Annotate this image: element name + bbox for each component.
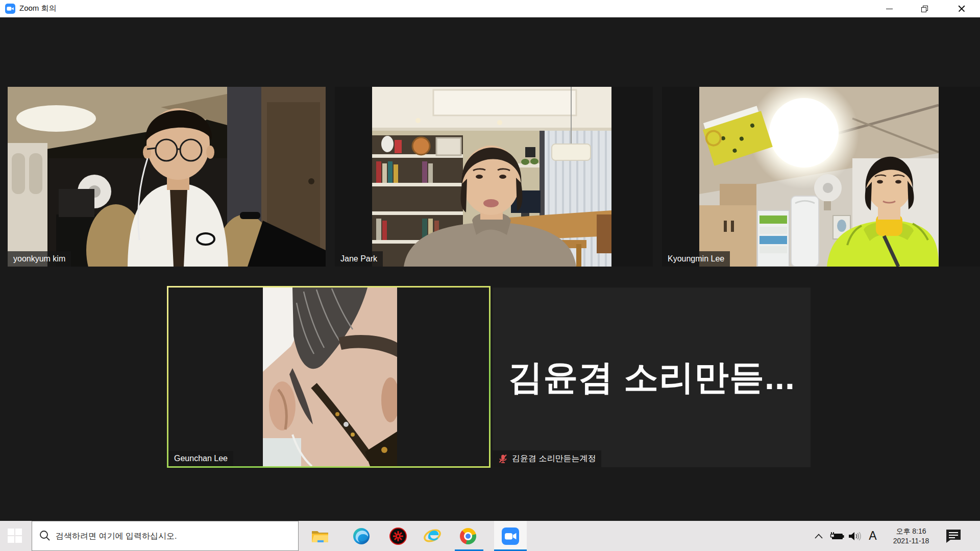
participant-name-label: Kyoungmin Lee [662,251,730,267]
taskbar-edge-button[interactable] [349,521,374,551]
internet-explorer-icon [423,528,442,545]
video-frame-kyoungmin-lee [699,87,939,267]
video-frame-geunchan-lee [263,288,397,466]
zoom-app-icon [5,4,15,14]
taskbar-chrome-button[interactable] [456,521,480,551]
battery-charging-icon [829,531,844,541]
participant-name: Kyoungmin Lee [668,254,724,263]
tray-ime-button[interactable]: A [865,521,881,551]
video-tile-yoonkyum-kim[interactable]: yoonkyum kim [8,87,326,267]
red-gear-app-icon [389,528,407,545]
clock-time: 오후 8:16 [885,526,938,536]
video-tile-kim-yoon-gyeom-muted[interactable]: 김윤겸 소리만듣... 김윤겸 소리만듣는계정 [493,288,811,467]
video-frame-yoonkyum-kim [8,87,326,267]
minimize-button[interactable] [877,0,901,17]
participant-name-label: Jane Park [335,251,383,267]
meeting-video-grid: yoonkyum kim [0,17,980,521]
tray-battery-button[interactable] [827,521,846,551]
participant-name-label: 김윤겸 소리만듣는계정 [493,450,601,467]
speaker-icon [848,531,862,541]
start-button[interactable] [0,521,31,551]
taskbar-search-input[interactable] [32,521,299,551]
taskbar-zoom-button[interactable] [494,521,527,551]
action-center-button[interactable] [940,521,967,551]
tray-clock[interactable]: 오후 8:16 2021-11-18 [885,521,938,551]
close-button[interactable] [950,0,973,17]
taskbar-red-gear-app-button[interactable] [386,521,410,551]
windows-taskbar: A 오후 8:16 2021-11-18 3 [0,521,980,551]
chevron-up-icon [815,534,823,539]
taskbar-internet-explorer-button[interactable] [420,521,445,551]
clock-date: 2021-11-18 [885,536,938,546]
participant-display-name-large: 김윤겸 소리만듣... [508,354,795,401]
window-titlebar[interactable]: Zoom 회의 [0,0,980,17]
edge-browser-icon [353,528,370,545]
ime-language-indicator: A [869,529,876,543]
windows-logo-icon [8,529,23,544]
video-frame-jane-park [372,87,611,267]
file-explorer-icon [311,529,329,544]
participant-name: Jane Park [340,254,377,263]
zoom-meeting-window: Zoom 회의 [0,0,980,551]
restore-button[interactable] [913,0,936,17]
tray-volume-button[interactable] [846,521,864,551]
zoom-icon [502,528,519,545]
taskbar-file-explorer-button[interactable] [308,521,332,551]
notification-bubble-icon [944,529,963,544]
participant-name-label: Geunchan Lee [168,451,233,466]
window-title: Zoom 회의 [19,4,57,13]
chrome-icon [460,528,476,544]
tray-overflow-button[interactable] [811,521,826,551]
participant-name-label: yoonkyum kim [8,251,71,267]
participant-name: Geunchan Lee [174,454,228,463]
muted-mic-icon [498,454,508,464]
participant-name: 김윤겸 소리만듣는계정 [512,453,596,464]
video-tile-jane-park[interactable]: Jane Park [335,87,653,267]
participant-name: yoonkyum kim [13,254,65,263]
video-tile-geunchan-lee-active-speaker[interactable]: Geunchan Lee [167,286,491,468]
video-tile-kyoungmin-lee[interactable]: Kyoungmin Lee [662,87,980,267]
